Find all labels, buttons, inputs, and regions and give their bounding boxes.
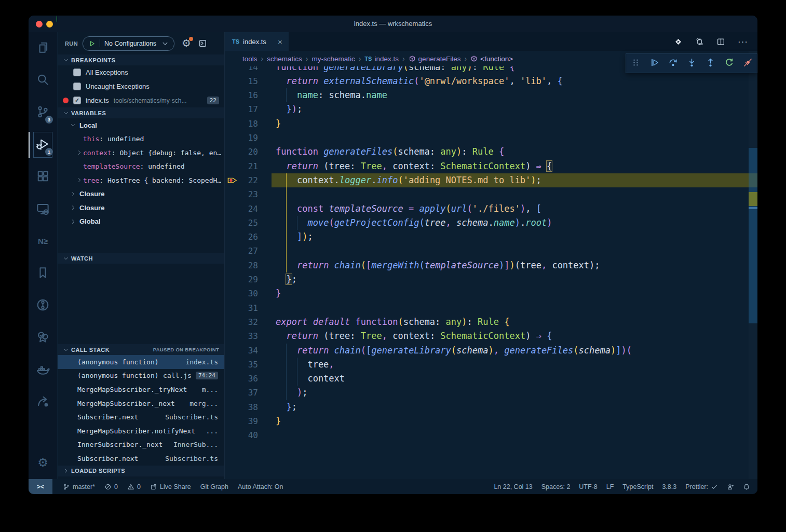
code-line-17[interactable]: 17 }); — [225, 102, 757, 116]
configure-gear-button[interactable]: ⚙ — [182, 38, 191, 49]
code-line-16[interactable]: 16 name: schema.name — [225, 88, 757, 102]
line-number[interactable]: 25 — [239, 216, 258, 230]
gutter-breakpoint-cell[interactable] — [225, 131, 239, 145]
gutter-breakpoint-cell[interactable] — [225, 386, 239, 400]
close-window-button[interactable] — [36, 21, 43, 28]
code-line-19[interactable]: 19 — [225, 131, 757, 145]
close-tab-icon[interactable]: × — [278, 38, 282, 46]
watch-header[interactable]: WATCH — [58, 253, 224, 264]
line-number[interactable]: 15 — [239, 74, 258, 88]
settings-gear-button[interactable]: ⚙ — [29, 449, 57, 476]
gutter-breakpoint-cell[interactable] — [225, 428, 239, 442]
line-number[interactable]: 24 — [239, 202, 258, 216]
line-number[interactable]: 32 — [239, 315, 258, 329]
code-line-29[interactable]: 29 }; — [225, 272, 757, 287]
run-changes-icon[interactable] — [674, 37, 683, 46]
gutter-breakpoint-cell[interactable] — [225, 329, 239, 343]
code-line-35[interactable]: 35 tree, — [225, 358, 757, 372]
status-live-share[interactable]: Live Share — [150, 483, 191, 490]
remote-indicator[interactable]: >< — [29, 479, 52, 494]
gutter-breakpoint-cell[interactable] — [225, 358, 239, 372]
status-encoding[interactable]: UTF-8 — [579, 483, 597, 490]
gutter-breakpoint-cell[interactable] — [225, 244, 239, 258]
code-line-25[interactable]: 25 move(getProjectConfig(tree, schema.na… — [225, 216, 757, 230]
gutter-breakpoint-cell[interactable] — [225, 372, 239, 386]
line-number[interactable]: 38 — [239, 400, 258, 414]
line-number[interactable]: 23 — [239, 187, 258, 201]
line-number[interactable]: 29 — [239, 272, 258, 287]
status-language-mode[interactable]: TypeScript — [622, 483, 653, 490]
breadcrumb-item[interactable]: tools — [242, 55, 258, 63]
loaded-scripts-header[interactable]: LOADED SCRIPTS — [58, 466, 224, 476]
line-number[interactable]: 18 — [239, 117, 258, 131]
scrollbar-thumb[interactable] — [749, 148, 757, 323]
line-number[interactable]: 21 — [239, 159, 258, 173]
status-git-branch[interactable]: master* — [63, 483, 95, 490]
code-line-30[interactable]: 30} — [225, 287, 757, 301]
status-cursor-position[interactable]: Ln 22, Col 13 — [494, 483, 532, 490]
breakpoints-header[interactable]: BREAKPOINTS — [58, 54, 224, 65]
code-line-23[interactable]: 23 — [225, 187, 757, 201]
gutter-breakpoint-cell[interactable] — [225, 287, 239, 301]
activity-item-testing[interactable] — [29, 322, 57, 354]
code-line-15[interactable]: 15 return externalSchematic('@nrwl/works… — [225, 74, 757, 88]
activity-item-source-control[interactable]: 3 — [29, 97, 57, 129]
gutter-breakpoint-cell[interactable] — [225, 258, 239, 272]
step-into-button[interactable] — [684, 56, 699, 71]
call-stack-frame[interactable]: MergeMapSubscriber.notifyNext... — [58, 424, 224, 438]
line-number[interactable]: 34 — [239, 344, 258, 358]
call-stack-frame[interactable]: Subscriber.nextSubscriber.ts — [58, 452, 224, 466]
code-line-37[interactable]: 37 ); — [225, 386, 757, 400]
line-number[interactable]: 33 — [239, 329, 258, 343]
line-number[interactable]: 28 — [239, 258, 258, 272]
debug-console-button[interactable] — [198, 39, 207, 48]
step-out-button[interactable] — [703, 56, 717, 71]
status-notifications[interactable] — [743, 483, 750, 490]
variable-scope-closure[interactable]: Closure — [58, 201, 224, 215]
gutter-breakpoint-cell[interactable] — [225, 216, 239, 230]
line-number[interactable]: 27 — [239, 244, 258, 258]
code-line-32[interactable]: 32export default function(schema: any): … — [225, 315, 757, 329]
gutter-breakpoint-cell[interactable] — [225, 74, 239, 88]
call-stack-frame[interactable]: Subscriber.nextSubscriber.ts — [58, 410, 224, 424]
code-line-36[interactable]: 36 context — [225, 372, 757, 386]
call-stack-frame[interactable]: (anonymous function)call.js74:24 — [58, 369, 224, 383]
status-warnings[interactable]: 0 — [127, 483, 141, 490]
variable-scope-closure[interactable]: Closure — [58, 187, 224, 201]
line-number[interactable]: 40 — [239, 428, 258, 442]
code-line-34[interactable]: 34 return chain([generateLibrary(schema)… — [225, 344, 757, 358]
code-line-22[interactable]: 22 context.logger.info('adding NOTES.md … — [225, 173, 757, 187]
line-number[interactable]: 35 — [239, 358, 258, 372]
activity-item-extensions[interactable] — [29, 161, 57, 193]
code-line-24[interactable]: 24 const templateSource = apply(url('./f… — [225, 202, 757, 216]
line-number[interactable]: 26 — [239, 230, 258, 244]
code-line-18[interactable]: 18} — [225, 117, 757, 131]
disconnect-button[interactable] — [740, 56, 755, 71]
gutter-breakpoint-cell[interactable] — [225, 272, 239, 287]
code-line-27[interactable]: 27 — [225, 244, 757, 258]
code-line-28[interactable]: 28 return chain([mergeWith(templateSourc… — [225, 258, 757, 272]
status-prettier[interactable]: Prettier: — [685, 483, 718, 490]
code-line-40[interactable]: 40 — [225, 428, 757, 442]
activity-item-explorer[interactable] — [29, 32, 57, 64]
line-number[interactable]: 22 — [239, 173, 258, 187]
variable-row[interactable]: this: undefined — [58, 132, 224, 146]
line-number[interactable]: 36 — [239, 372, 258, 386]
call-stack-header[interactable]: CALL STACK PAUSED ON BREAKPOINT — [58, 344, 224, 355]
start-debug-icon[interactable] — [88, 40, 96, 47]
gutter-breakpoint-cell[interactable] — [225, 301, 239, 315]
minimize-window-button[interactable] — [46, 21, 53, 28]
breadcrumb-item[interactable]: generateFiles — [409, 55, 461, 63]
breadcrumb-item[interactable]: <function> — [470, 55, 513, 63]
status-eol[interactable]: LF — [606, 483, 614, 490]
gutter-breakpoint-cell[interactable] — [225, 400, 239, 414]
breadcrumb-item[interactable]: schematics — [267, 55, 302, 63]
code-line-33[interactable]: 33 return (tree: Tree, context: Schemati… — [225, 329, 757, 343]
activity-item-remote-explorer[interactable] — [29, 193, 57, 225]
step-over-button[interactable] — [666, 56, 680, 71]
activity-item-docker[interactable] — [29, 354, 57, 386]
code-line-31[interactable]: 31 — [225, 301, 757, 315]
variables-header[interactable]: VARIABLES — [58, 107, 224, 118]
call-stack-frame[interactable]: InnerSubscriber._nextInnerSub... — [58, 438, 224, 452]
status-git-graph[interactable]: Git Graph — [200, 483, 228, 490]
